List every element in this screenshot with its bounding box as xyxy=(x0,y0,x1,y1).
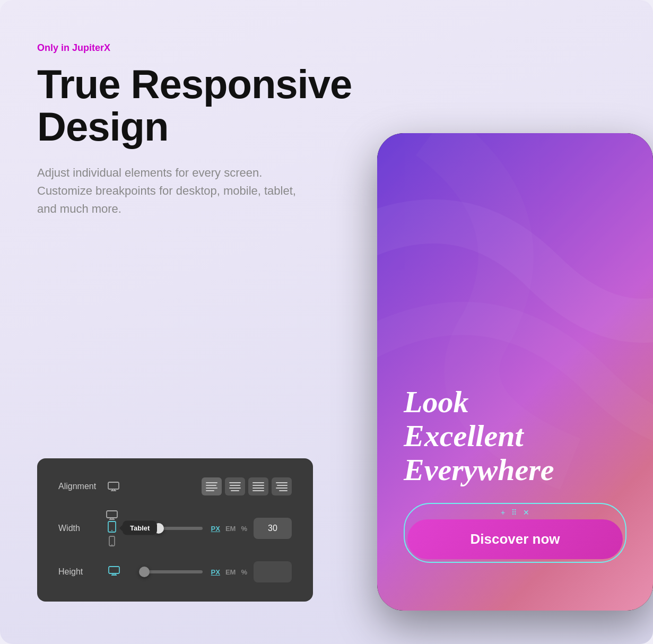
tablet-tooltip: Tablet xyxy=(123,521,157,535)
device-mockup: Look Excellent Everywhere + ⠿ ✕ xyxy=(377,133,653,611)
bottom-section: Alignment xyxy=(37,239,616,612)
align-buttons xyxy=(202,477,292,495)
tablet-icon xyxy=(108,521,116,533)
height-row: Height PX EM % xyxy=(58,561,292,582)
settings-panel: Alignment xyxy=(37,458,313,602)
device-screen: Look Excellent Everywhere + ⠿ ✕ xyxy=(377,133,653,611)
width-value-input[interactable]: 30 xyxy=(254,518,292,539)
add-control-icon[interactable]: + xyxy=(501,508,505,517)
svg-point-9 xyxy=(111,530,112,531)
device-selector: Tablet xyxy=(106,510,118,546)
discover-button-wrapper: + ⠿ ✕ Discover now xyxy=(404,503,626,563)
discover-controls: + ⠿ ✕ xyxy=(407,507,623,519)
align-left-button[interactable] xyxy=(202,477,222,495)
unit-percent[interactable]: % xyxy=(241,525,247,533)
height-unit-em[interactable]: EM xyxy=(225,568,236,576)
svg-point-11 xyxy=(111,544,112,545)
align-right-button[interactable] xyxy=(272,477,292,495)
units-group: PX EM % xyxy=(211,525,247,533)
desktop-icon[interactable] xyxy=(106,510,118,520)
main-title: True Responsive Design xyxy=(37,63,366,148)
svg-rect-4 xyxy=(107,511,117,518)
height-units-group: PX EM % xyxy=(211,568,247,576)
unit-px[interactable]: PX xyxy=(211,525,220,533)
monitor-icon xyxy=(106,479,121,494)
phone-icon[interactable] xyxy=(109,536,115,546)
width-label: Width xyxy=(58,524,106,533)
height-device-icon xyxy=(108,566,120,578)
height-unit-px[interactable]: PX xyxy=(211,568,220,576)
device-content: Look Excellent Everywhere + ⠿ ✕ xyxy=(404,385,626,562)
close-control-icon[interactable]: ✕ xyxy=(523,508,529,517)
alignment-row: Alignment xyxy=(58,477,292,495)
width-row: Width xyxy=(58,510,292,546)
alignment-label: Alignment xyxy=(58,482,106,491)
align-center-button[interactable] xyxy=(225,477,245,495)
unit-em[interactable]: EM xyxy=(225,525,236,533)
height-slider[interactable] xyxy=(144,570,203,573)
only-label: Only in JupiterX xyxy=(37,42,366,54)
description: Adjust individual elements for every scr… xyxy=(37,164,302,218)
discover-now-button[interactable]: Discover now xyxy=(407,519,623,559)
svg-rect-12 xyxy=(109,567,119,573)
height-value-input[interactable] xyxy=(254,561,292,582)
height-label: Height xyxy=(58,567,106,577)
drag-control-icon[interactable]: ⠿ xyxy=(511,508,517,517)
discover-outline: + ⠿ ✕ Discover now xyxy=(404,503,626,563)
device-heading: Look Excellent Everywhere xyxy=(404,385,626,486)
height-unit-percent[interactable]: % xyxy=(241,568,247,576)
tablet-selector[interactable]: Tablet xyxy=(108,521,116,535)
svg-rect-0 xyxy=(108,482,119,489)
align-justify-button[interactable] xyxy=(248,477,268,495)
top-section: Only in JupiterX True Responsive Design … xyxy=(37,42,366,218)
page-container: Only in JupiterX True Responsive Design … xyxy=(0,0,653,644)
